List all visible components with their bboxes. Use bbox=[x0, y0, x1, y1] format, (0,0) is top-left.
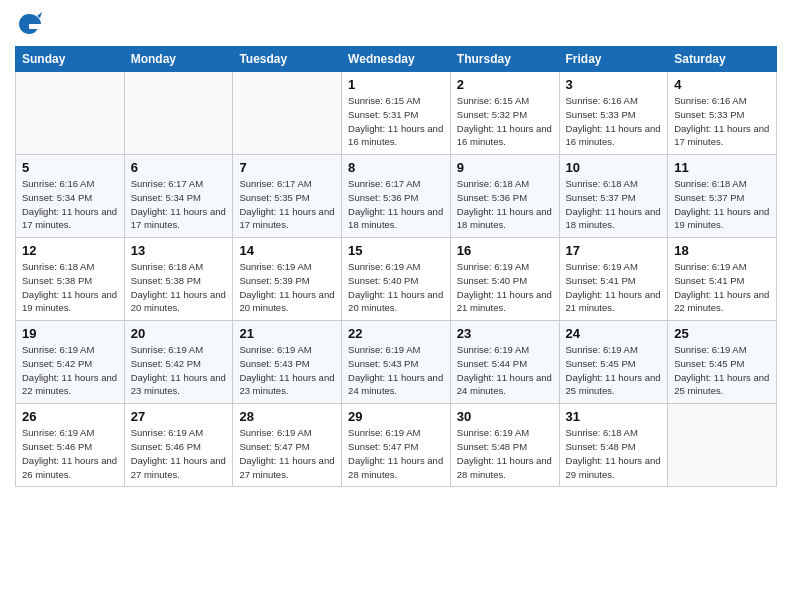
day-number: 15 bbox=[348, 243, 444, 258]
day-number: 26 bbox=[22, 409, 118, 424]
weekday-header-row: SundayMondayTuesdayWednesdayThursdayFrid… bbox=[16, 47, 777, 72]
day-number: 16 bbox=[457, 243, 553, 258]
calendar-day-cell: 28Sunrise: 6:19 AM Sunset: 5:47 PM Dayli… bbox=[233, 404, 342, 487]
day-detail: Sunrise: 6:18 AM Sunset: 5:38 PM Dayligh… bbox=[22, 260, 118, 315]
day-number: 8 bbox=[348, 160, 444, 175]
header bbox=[15, 10, 777, 38]
day-number: 31 bbox=[566, 409, 662, 424]
day-detail: Sunrise: 6:16 AM Sunset: 5:33 PM Dayligh… bbox=[674, 94, 770, 149]
day-detail: Sunrise: 6:16 AM Sunset: 5:34 PM Dayligh… bbox=[22, 177, 118, 232]
day-detail: Sunrise: 6:17 AM Sunset: 5:36 PM Dayligh… bbox=[348, 177, 444, 232]
page: SundayMondayTuesdayWednesdayThursdayFrid… bbox=[0, 0, 792, 612]
calendar-day-cell: 6Sunrise: 6:17 AM Sunset: 5:34 PM Daylig… bbox=[124, 155, 233, 238]
day-number: 20 bbox=[131, 326, 227, 341]
day-number: 5 bbox=[22, 160, 118, 175]
day-number: 7 bbox=[239, 160, 335, 175]
calendar-day-cell: 9Sunrise: 6:18 AM Sunset: 5:36 PM Daylig… bbox=[450, 155, 559, 238]
calendar-day-cell: 10Sunrise: 6:18 AM Sunset: 5:37 PM Dayli… bbox=[559, 155, 668, 238]
calendar-day-cell: 23Sunrise: 6:19 AM Sunset: 5:44 PM Dayli… bbox=[450, 321, 559, 404]
calendar-day-cell: 27Sunrise: 6:19 AM Sunset: 5:46 PM Dayli… bbox=[124, 404, 233, 487]
calendar-day-cell: 24Sunrise: 6:19 AM Sunset: 5:45 PM Dayli… bbox=[559, 321, 668, 404]
day-detail: Sunrise: 6:19 AM Sunset: 5:43 PM Dayligh… bbox=[348, 343, 444, 398]
day-number: 19 bbox=[22, 326, 118, 341]
day-detail: Sunrise: 6:16 AM Sunset: 5:33 PM Dayligh… bbox=[566, 94, 662, 149]
logo bbox=[15, 10, 47, 38]
weekday-header-saturday: Saturday bbox=[668, 47, 777, 72]
calendar-day-cell bbox=[16, 72, 125, 155]
calendar-week-row: 19Sunrise: 6:19 AM Sunset: 5:42 PM Dayli… bbox=[16, 321, 777, 404]
weekday-header-tuesday: Tuesday bbox=[233, 47, 342, 72]
weekday-header-monday: Monday bbox=[124, 47, 233, 72]
day-detail: Sunrise: 6:19 AM Sunset: 5:40 PM Dayligh… bbox=[348, 260, 444, 315]
day-detail: Sunrise: 6:17 AM Sunset: 5:35 PM Dayligh… bbox=[239, 177, 335, 232]
calendar-day-cell: 21Sunrise: 6:19 AM Sunset: 5:43 PM Dayli… bbox=[233, 321, 342, 404]
calendar-day-cell: 12Sunrise: 6:18 AM Sunset: 5:38 PM Dayli… bbox=[16, 238, 125, 321]
day-number: 10 bbox=[566, 160, 662, 175]
calendar-day-cell bbox=[124, 72, 233, 155]
calendar-week-row: 5Sunrise: 6:16 AM Sunset: 5:34 PM Daylig… bbox=[16, 155, 777, 238]
day-number: 25 bbox=[674, 326, 770, 341]
weekday-header-friday: Friday bbox=[559, 47, 668, 72]
day-detail: Sunrise: 6:19 AM Sunset: 5:47 PM Dayligh… bbox=[348, 426, 444, 481]
day-detail: Sunrise: 6:19 AM Sunset: 5:43 PM Dayligh… bbox=[239, 343, 335, 398]
calendar-day-cell: 8Sunrise: 6:17 AM Sunset: 5:36 PM Daylig… bbox=[342, 155, 451, 238]
weekday-header-wednesday: Wednesday bbox=[342, 47, 451, 72]
day-number: 12 bbox=[22, 243, 118, 258]
calendar-day-cell: 19Sunrise: 6:19 AM Sunset: 5:42 PM Dayli… bbox=[16, 321, 125, 404]
day-number: 9 bbox=[457, 160, 553, 175]
day-number: 1 bbox=[348, 77, 444, 92]
day-detail: Sunrise: 6:18 AM Sunset: 5:37 PM Dayligh… bbox=[674, 177, 770, 232]
calendar-day-cell: 14Sunrise: 6:19 AM Sunset: 5:39 PM Dayli… bbox=[233, 238, 342, 321]
day-detail: Sunrise: 6:19 AM Sunset: 5:42 PM Dayligh… bbox=[131, 343, 227, 398]
day-detail: Sunrise: 6:19 AM Sunset: 5:46 PM Dayligh… bbox=[131, 426, 227, 481]
day-detail: Sunrise: 6:19 AM Sunset: 5:39 PM Dayligh… bbox=[239, 260, 335, 315]
day-detail: Sunrise: 6:19 AM Sunset: 5:45 PM Dayligh… bbox=[566, 343, 662, 398]
calendar-day-cell: 16Sunrise: 6:19 AM Sunset: 5:40 PM Dayli… bbox=[450, 238, 559, 321]
day-detail: Sunrise: 6:19 AM Sunset: 5:41 PM Dayligh… bbox=[566, 260, 662, 315]
day-detail: Sunrise: 6:17 AM Sunset: 5:34 PM Dayligh… bbox=[131, 177, 227, 232]
calendar-day-cell: 1Sunrise: 6:15 AM Sunset: 5:31 PM Daylig… bbox=[342, 72, 451, 155]
calendar-day-cell: 29Sunrise: 6:19 AM Sunset: 5:47 PM Dayli… bbox=[342, 404, 451, 487]
calendar-day-cell: 31Sunrise: 6:18 AM Sunset: 5:48 PM Dayli… bbox=[559, 404, 668, 487]
day-detail: Sunrise: 6:18 AM Sunset: 5:37 PM Dayligh… bbox=[566, 177, 662, 232]
calendar-table: SundayMondayTuesdayWednesdayThursdayFrid… bbox=[15, 46, 777, 487]
calendar-day-cell: 13Sunrise: 6:18 AM Sunset: 5:38 PM Dayli… bbox=[124, 238, 233, 321]
day-number: 27 bbox=[131, 409, 227, 424]
day-detail: Sunrise: 6:15 AM Sunset: 5:32 PM Dayligh… bbox=[457, 94, 553, 149]
logo-icon bbox=[15, 10, 43, 38]
calendar-week-row: 12Sunrise: 6:18 AM Sunset: 5:38 PM Dayli… bbox=[16, 238, 777, 321]
day-detail: Sunrise: 6:19 AM Sunset: 5:47 PM Dayligh… bbox=[239, 426, 335, 481]
calendar-day-cell: 7Sunrise: 6:17 AM Sunset: 5:35 PM Daylig… bbox=[233, 155, 342, 238]
weekday-header-thursday: Thursday bbox=[450, 47, 559, 72]
day-number: 14 bbox=[239, 243, 335, 258]
day-number: 2 bbox=[457, 77, 553, 92]
calendar-day-cell: 18Sunrise: 6:19 AM Sunset: 5:41 PM Dayli… bbox=[668, 238, 777, 321]
day-detail: Sunrise: 6:19 AM Sunset: 5:48 PM Dayligh… bbox=[457, 426, 553, 481]
day-number: 28 bbox=[239, 409, 335, 424]
day-detail: Sunrise: 6:18 AM Sunset: 5:48 PM Dayligh… bbox=[566, 426, 662, 481]
day-number: 21 bbox=[239, 326, 335, 341]
calendar-day-cell: 25Sunrise: 6:19 AM Sunset: 5:45 PM Dayli… bbox=[668, 321, 777, 404]
calendar-day-cell: 20Sunrise: 6:19 AM Sunset: 5:42 PM Dayli… bbox=[124, 321, 233, 404]
calendar-day-cell: 5Sunrise: 6:16 AM Sunset: 5:34 PM Daylig… bbox=[16, 155, 125, 238]
day-number: 3 bbox=[566, 77, 662, 92]
calendar-day-cell bbox=[668, 404, 777, 487]
day-number: 6 bbox=[131, 160, 227, 175]
weekday-header-sunday: Sunday bbox=[16, 47, 125, 72]
calendar-day-cell: 22Sunrise: 6:19 AM Sunset: 5:43 PM Dayli… bbox=[342, 321, 451, 404]
day-number: 4 bbox=[674, 77, 770, 92]
day-number: 30 bbox=[457, 409, 553, 424]
day-number: 17 bbox=[566, 243, 662, 258]
calendar-day-cell: 30Sunrise: 6:19 AM Sunset: 5:48 PM Dayli… bbox=[450, 404, 559, 487]
day-detail: Sunrise: 6:19 AM Sunset: 5:42 PM Dayligh… bbox=[22, 343, 118, 398]
day-detail: Sunrise: 6:19 AM Sunset: 5:40 PM Dayligh… bbox=[457, 260, 553, 315]
calendar-day-cell: 11Sunrise: 6:18 AM Sunset: 5:37 PM Dayli… bbox=[668, 155, 777, 238]
day-number: 11 bbox=[674, 160, 770, 175]
calendar-day-cell: 2Sunrise: 6:15 AM Sunset: 5:32 PM Daylig… bbox=[450, 72, 559, 155]
day-detail: Sunrise: 6:15 AM Sunset: 5:31 PM Dayligh… bbox=[348, 94, 444, 149]
calendar-week-row: 26Sunrise: 6:19 AM Sunset: 5:46 PM Dayli… bbox=[16, 404, 777, 487]
calendar-day-cell: 4Sunrise: 6:16 AM Sunset: 5:33 PM Daylig… bbox=[668, 72, 777, 155]
calendar-day-cell: 3Sunrise: 6:16 AM Sunset: 5:33 PM Daylig… bbox=[559, 72, 668, 155]
day-number: 23 bbox=[457, 326, 553, 341]
day-detail: Sunrise: 6:19 AM Sunset: 5:45 PM Dayligh… bbox=[674, 343, 770, 398]
